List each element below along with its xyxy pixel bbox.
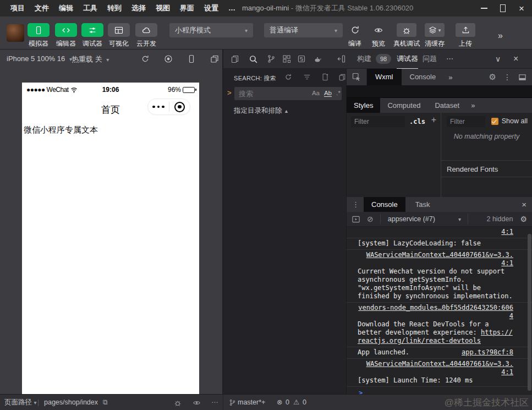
- clear-console-icon[interactable]: ⊘: [367, 215, 374, 223]
- tabs-more-button[interactable]: ⋯: [446, 50, 453, 68]
- source-link[interactable]: 4:1: [501, 228, 513, 236]
- tab-problems[interactable]: 问题: [423, 50, 437, 68]
- upload-button[interactable]: 上传: [452, 23, 479, 48]
- tab-computed[interactable]: Computed: [380, 98, 427, 113]
- close-panel-button[interactable]: ×: [513, 50, 518, 68]
- source-link[interactable]: WAServiceMainContext…404407661&v=3.3.: [366, 360, 513, 368]
- maximize-button[interactable]: [493, 0, 512, 17]
- more-menu-button[interactable]: [148, 106, 169, 108]
- checkbox-checked-icon[interactable]: [491, 118, 498, 125]
- record-icon[interactable]: [164, 54, 173, 63]
- styles-filter-input[interactable]: [351, 116, 405, 127]
- wxml-tree-area[interactable]: [347, 85, 532, 98]
- rotate-icon[interactable]: [141, 54, 150, 63]
- debugger-toggle-button[interactable]: 调试器: [79, 23, 106, 48]
- minimize-button[interactable]: [475, 0, 493, 17]
- search-icon[interactable]: [249, 54, 258, 64]
- console-settings-icon[interactable]: ⚙: [520, 215, 527, 223]
- console-prompt[interactable]: >: [347, 387, 532, 394]
- page-path-value[interactable]: pages/shop/index: [44, 395, 98, 410]
- menu-more[interactable]: …: [223, 0, 240, 17]
- new-rule-button[interactable]: +: [431, 115, 436, 125]
- exit-miniprogram-button[interactable]: [169, 102, 190, 112]
- computed-filter-input[interactable]: [447, 116, 485, 127]
- source-link[interactable]: 4:1: [501, 368, 513, 376]
- git-branch-icon[interactable]: [229, 399, 236, 406]
- clear-results-icon[interactable]: [303, 73, 311, 81]
- tab-styles[interactable]: Styles: [347, 98, 380, 113]
- more-tabs-button[interactable]: »: [448, 73, 452, 81]
- files-icon[interactable]: [231, 54, 239, 63]
- compile-mode-select[interactable]: 普通编译 ▾: [264, 23, 343, 37]
- statusbar-eye-icon[interactable]: [193, 399, 201, 407]
- menu-select[interactable]: 选择: [127, 0, 151, 17]
- tab-wxml[interactable]: Wxml: [367, 69, 402, 85]
- visualization-button[interactable]: 可视化: [106, 23, 132, 48]
- source-link[interactable]: vendors-node_modules…0bf55dd2643250:6064: [358, 304, 513, 320]
- editor-toggle-button[interactable]: 编辑器: [53, 23, 79, 48]
- tab-console[interactable]: Console: [402, 69, 445, 85]
- separate-window-icon[interactable]: [210, 54, 219, 63]
- new-file-icon[interactable]: [321, 73, 329, 81]
- source-link[interactable]: WAServiceMainContext…404407661&v=3.3.: [366, 251, 513, 259]
- copy-path-icon[interactable]: ⧉: [103, 395, 108, 410]
- match-word-toggle[interactable]: Ab: [324, 90, 332, 97]
- git-branch-label[interactable]: master*+: [238, 395, 265, 410]
- hot-reload-toggle[interactable]: 热重载 关 ▾: [72, 54, 109, 64]
- device-select[interactable]: iPhone 5 100% 16 ▾: [7, 54, 72, 63]
- tab-dataset[interactable]: Dataset: [427, 98, 467, 113]
- refresh-search-icon[interactable]: [284, 73, 292, 81]
- menu-goto[interactable]: 转到: [102, 0, 127, 17]
- error-count[interactable]: 0: [286, 395, 289, 410]
- clear-cache-button[interactable]: ▾ 清缓存: [421, 23, 448, 48]
- kebab-menu-icon[interactable]: ⋮: [503, 73, 511, 81]
- mode-select[interactable]: 小程序模式 ▾: [169, 23, 253, 37]
- preview-button[interactable]: 预览: [365, 23, 392, 48]
- mock-icon[interactable]: [313, 54, 322, 63]
- tab-console-sub[interactable]: Console: [364, 197, 405, 212]
- menu-project[interactable]: 项目: [6, 0, 30, 17]
- tab-build[interactable]: 构建: [357, 50, 371, 68]
- compile-button[interactable]: 编译: [342, 23, 368, 48]
- show-sidebar-icon[interactable]: [352, 215, 360, 223]
- copy-results-icon[interactable]: [338, 73, 346, 81]
- warning-count[interactable]: 0: [303, 395, 306, 410]
- statusbar-bug-icon[interactable]: [174, 399, 182, 407]
- show-all-control[interactable]: Show all: [491, 117, 528, 125]
- error-icon[interactable]: ⊗: [277, 395, 282, 410]
- toolbar-more-button[interactable]: »: [498, 31, 503, 41]
- console-log-area[interactable]: 4:1 [system] LazyCodeLoading: false WASe…: [347, 227, 532, 394]
- remote-debug-button[interactable]: 真机调试: [391, 23, 422, 48]
- menu-settings[interactable]: 设置: [199, 0, 223, 17]
- hidden-messages-label[interactable]: 2 hidden: [486, 215, 513, 223]
- cls-button[interactable]: .cls: [409, 118, 425, 125]
- source-link[interactable]: app.ts?98cf:8: [462, 348, 513, 357]
- console-scrollbar[interactable]: [528, 234, 531, 391]
- device-frame-icon[interactable]: [187, 54, 196, 63]
- menu-tools[interactable]: 工具: [78, 0, 102, 17]
- source-link[interactable]: 4:1: [501, 259, 513, 267]
- close-button[interactable]: ×: [512, 0, 531, 17]
- context-select[interactable]: appservice (#7): [388, 215, 435, 223]
- simulator-toggle-button[interactable]: 模拟器: [25, 23, 52, 48]
- extensions-icon[interactable]: [282, 54, 291, 63]
- warning-icon[interactable]: ⚠: [293, 395, 299, 410]
- menu-interface[interactable]: 界面: [175, 0, 199, 17]
- styles-more-button[interactable]: »: [471, 101, 475, 110]
- statusbar-more-button[interactable]: ⋯: [211, 395, 218, 410]
- git-branch-icon[interactable]: [267, 54, 276, 63]
- avatar[interactable]: [7, 24, 24, 42]
- phone-screen[interactable]: ●●●●● WeChat 19:06 96% 首页 微信小程序专属文本: [22, 83, 199, 394]
- tab-task[interactable]: Task: [408, 197, 438, 212]
- close-console-icon[interactable]: ×: [522, 200, 526, 209]
- expand-chevron-icon[interactable]: >: [227, 89, 232, 97]
- console-kebab-icon[interactable]: ⋮: [352, 200, 359, 209]
- menu-view[interactable]: 视图: [151, 0, 175, 17]
- collapse-panel-button[interactable]: ∨: [495, 50, 501, 68]
- panel-toggle-icon[interactable]: [337, 54, 346, 63]
- square-s-icon[interactable]: [297, 54, 306, 63]
- tab-debugger[interactable]: 调试器: [397, 50, 418, 69]
- search-exclude-toggle[interactable]: 指定目录和排除 ▲: [234, 106, 289, 116]
- match-case-toggle[interactable]: Aa: [312, 90, 320, 96]
- regex-toggle[interactable]: .*: [336, 90, 341, 96]
